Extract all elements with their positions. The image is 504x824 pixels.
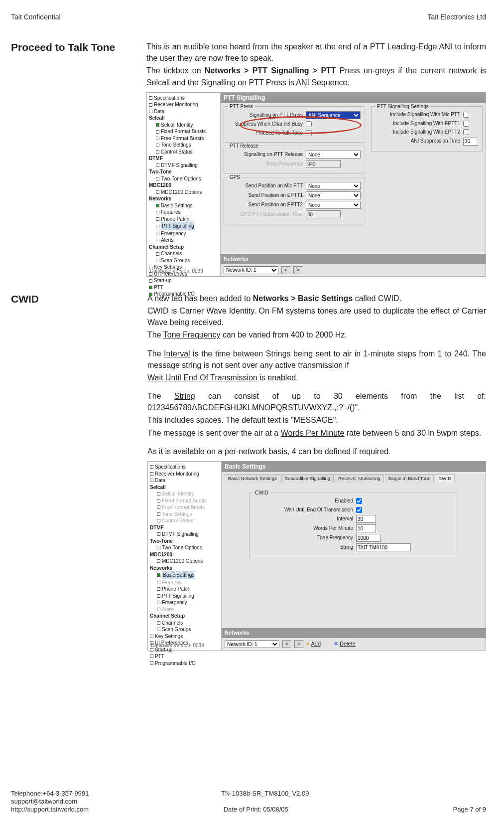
grp-ptt-settings: PTT Signalling Settings <box>376 103 430 111</box>
gps-eptt2-select[interactable]: None <box>306 201 361 209</box>
db-version-1: Database Version: 0089 <box>150 268 203 275</box>
inc-sig-mic-check[interactable] <box>463 112 469 118</box>
tab-receiver-monitoring[interactable]: Receiver Monitoring <box>335 474 383 483</box>
network-id-select-2[interactable]: Network ID: 1 <box>225 640 279 648</box>
footer-date: Date of Print: 05/08/05 <box>224 806 288 813</box>
tab-single-in-band-tone[interactable]: Single In Band Tone <box>385 474 434 483</box>
proceed-talk-tone-check[interactable] <box>306 130 312 136</box>
grp-ptt-press: PTT Press <box>228 103 254 111</box>
s2-p4: The Interval is the time between Strings… <box>147 348 486 371</box>
cwid-enabled-check[interactable] <box>356 498 362 504</box>
footer-email: support@taitworld.com <box>11 798 77 805</box>
header-left: Tait Confidential <box>11 13 61 21</box>
gps-eptt1-select[interactable]: None <box>306 191 361 199</box>
cwid-interval-input[interactable] <box>356 515 376 523</box>
section1-title: Proceed to Talk Tone <box>11 41 129 284</box>
footer-tel: Telephone:+64-3-357-9991 <box>11 790 89 797</box>
s2-p5: Wait Until End Of Transmission is enable… <box>147 372 486 383</box>
tab-basic-network-settings[interactable]: Basic Network Settings <box>225 474 280 483</box>
tree-panel-2: SpecificationsReceiver MonitoringDataSel… <box>148 462 222 650</box>
pane-title-2: Basic Settings <box>222 462 486 472</box>
gps-suppress-input <box>306 210 341 218</box>
cwid-string-input[interactable] <box>356 543 411 551</box>
delete-button[interactable]: ✕Delete <box>334 640 356 648</box>
ani-suppress-input[interactable] <box>463 138 478 146</box>
header-right: Tait Electronics Ltd <box>428 13 487 21</box>
suppress-busy-check[interactable] <box>306 121 312 127</box>
cwid-wpm-input[interactable] <box>356 524 376 532</box>
s2-p3: The Tone Frequency can be varied from 40… <box>147 329 486 340</box>
s1-p2: The tickbox on Networks > PTT Signalling… <box>146 65 486 88</box>
s2-p7: This includes spaces. The default text i… <box>147 414 486 426</box>
tabs-row: Basic Network SettingsSubaudible Signall… <box>225 474 483 483</box>
tab-subaudible-signalling[interactable]: Subaudible Signalling <box>281 474 334 483</box>
s2-p6: The String can consist of up to 30 eleme… <box>147 390 486 413</box>
page-footer: Telephone:+64-3-357-9991 TN-1038b-SR_TM8… <box>11 789 486 813</box>
tree-panel-1: SpecificationsReceiver MonitoringDataSel… <box>147 93 221 276</box>
grp-ptt-release: PTT Release <box>228 143 260 150</box>
gps-mic-select[interactable]: None <box>306 182 361 190</box>
footer-web: http://support.taitworld.com <box>11 806 89 813</box>
s2-p9: As it is available on a per-network basi… <box>147 446 486 457</box>
footer-doc: TN-1038b-SR_TM8100_V2.09 <box>221 790 309 797</box>
pane-title-1: PTT Signalling <box>221 93 486 103</box>
inc-sig-eptt1-check[interactable] <box>463 121 469 127</box>
beep-freq-input <box>306 160 341 168</box>
nav-next-1[interactable]: > <box>293 266 302 274</box>
network-id-select-1[interactable]: Network ID: 1 <box>224 266 278 274</box>
nav-prev-1[interactable]: < <box>281 266 290 274</box>
networks-bar-1: Networks <box>221 254 486 264</box>
signalling-ptt-press-select[interactable]: ANI Sequence <box>306 111 361 119</box>
s1-p1: This is an audible tone heard from the s… <box>146 41 486 64</box>
cwid-wait-check[interactable] <box>356 507 362 513</box>
tab-cwid[interactable]: CWID <box>435 474 454 483</box>
footer-page: Page 7 of 9 <box>453 806 486 813</box>
nav-prev-2[interactable]: < <box>282 640 291 648</box>
inc-sig-eptt2-check[interactable] <box>463 129 469 135</box>
s2-p2: CWID is Carrier Wave Identity. On FM sys… <box>147 305 486 328</box>
signalling-ptt-release-select[interactable]: None <box>306 151 361 159</box>
db-version-2: Database Version: 0089 <box>151 642 204 650</box>
cwid-tone-input[interactable] <box>356 534 381 542</box>
add-button[interactable]: +Add <box>306 640 321 648</box>
s2-p8: The message is sent over the air at a Wo… <box>147 427 486 439</box>
nav-next-2[interactable]: > <box>294 640 303 648</box>
section2-title: CWID <box>11 293 130 658</box>
networks-bar-2: Networks <box>222 628 486 638</box>
grp-gps: GPS <box>228 174 242 181</box>
grp-cwid: CWID <box>253 490 270 497</box>
